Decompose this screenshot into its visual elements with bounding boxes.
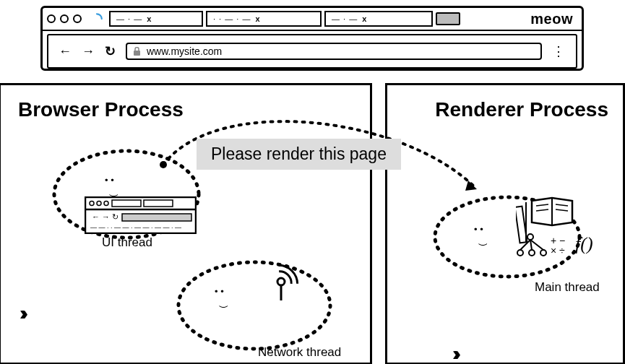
svg-rect-0 (134, 51, 140, 56)
mini-browser-icon: ← → ↻ — — · · — — · — — · — — · — (85, 196, 197, 234)
browser-process-title: Browser Process (1, 85, 370, 134)
book-icon (532, 198, 572, 225)
smiley-face: • • ‿ (215, 286, 227, 308)
svg-text:← → ↻: ← → ↻ (92, 212, 118, 221)
tab-2[interactable]: · · — · —x (206, 11, 322, 27)
close-icon[interactable]: x (255, 14, 259, 23)
svg-text:× ÷: × ÷ (551, 245, 565, 256)
url-text: www.mysite.com (147, 46, 222, 57)
close-icon[interactable]: x (362, 14, 366, 23)
menu-button[interactable]: ⋮ (552, 43, 566, 59)
svg-point-25 (540, 250, 546, 256)
tab-3[interactable]: — · —x (324, 11, 433, 27)
svg-rect-10 (122, 214, 191, 221)
network-thread: • • ‿ Network thread (171, 251, 345, 363)
browser-process-box: Browser Process • • ‿ ← → ↻ — — · · — — … (0, 83, 372, 364)
ui-thread: • • ‿ ← → ↻ — — · · — — · — — · — — · — … (47, 140, 213, 251)
function-icon: f() (575, 233, 593, 254)
renderer-process-title: Renderer Process (387, 85, 623, 134)
dom-tree-icon (517, 234, 546, 256)
ipc-message: Please render this page (197, 139, 401, 170)
main-thread: • • ‿ + −× ÷ f() Main thread (428, 186, 594, 290)
browser-mock: — · —x · · — · —x — · —x meow ← → ↻ www.… (40, 6, 584, 71)
svg-point-24 (529, 250, 535, 256)
lock-icon (133, 47, 141, 56)
nav-bar: ← → ↻ www.mysite.com ⋮ (47, 34, 577, 69)
window-control-min[interactable] (60, 14, 69, 23)
render-tools-icons: + −× ÷ f() (516, 194, 610, 266)
svg-point-13 (277, 278, 285, 285)
tab-bar: — · —x · · — · —x — · —x meow (43, 8, 582, 31)
svg-text:— — · · — — · — — · — — · —: — — · · — — · — — · — — · — (90, 224, 181, 231)
reload-button[interactable]: ↻ (105, 43, 116, 59)
window-control-close[interactable] (47, 14, 56, 23)
forward-button[interactable]: → (82, 44, 95, 59)
antenna-icon (267, 251, 310, 302)
browser-brand: meow (530, 11, 577, 27)
renderer-process-box: Renderer Process • • ‿ + −× ÷ f() Main t… (385, 83, 625, 364)
svg-point-22 (527, 234, 533, 240)
window-control-max[interactable] (73, 14, 82, 23)
main-thread-label: Main thread (535, 280, 600, 295)
smiley-face: • • ‿ (474, 224, 486, 246)
tab-1[interactable]: — · —x (109, 11, 203, 27)
back-button[interactable]: ← (59, 44, 72, 59)
new-tab-button[interactable] (436, 12, 460, 25)
url-bar[interactable]: www.mysite.com (126, 43, 542, 60)
ui-thread-label: UI thread (102, 235, 152, 250)
chevrons-icon: ››› (452, 342, 455, 364)
network-thread-blob (171, 251, 345, 360)
network-thread-label: Network thread (258, 345, 341, 360)
svg-point-23 (517, 250, 523, 256)
spinner-icon (90, 12, 103, 25)
close-icon[interactable]: x (147, 14, 151, 23)
smiley-face: • • ‿ (105, 175, 117, 196)
chevrons-icon: ››› (20, 302, 22, 325)
